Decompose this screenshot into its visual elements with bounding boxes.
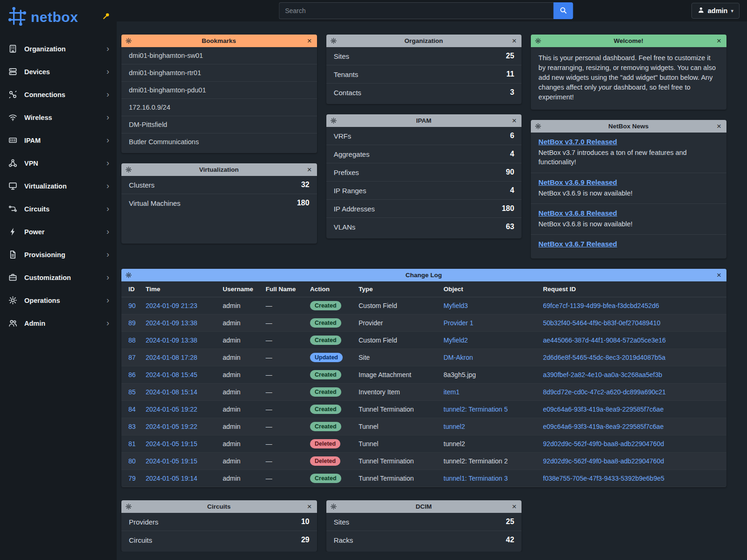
news-headline-link[interactable]: NetBox v3.6.7 Released [538,240,617,248]
changelog-id-link[interactable]: 88 [121,332,142,349]
changelog-object-link[interactable]: tunnel2: Termination 5 [440,401,539,418]
bookmark-item[interactable]: dmi01-binghamton-rtr01 [121,64,317,82]
bookmark-item[interactable]: dmi01-binghamton-pdu01 [121,82,317,99]
sidebar-item-devices[interactable]: Devices› [0,60,117,83]
changelog-request-link[interactable]: e09c64a6-93f3-419a-8ea9-229585f7c6ae [539,418,726,435]
sidebar-item-ipam[interactable]: IPAM› [0,129,117,152]
news-headline-link[interactable]: NetBox v3.7.0 Released [538,138,617,146]
stat-value-link[interactable]: 4 [510,150,514,158]
sidebar-item-admin[interactable]: Admin› [0,312,117,335]
widget-close-icon[interactable]: × [511,37,517,45]
widget-close-icon[interactable]: × [716,122,722,130]
widget-close-icon[interactable]: × [306,37,313,45]
widget-config-icon[interactable] [126,504,132,510]
search-input[interactable] [279,2,553,19]
changelog-object-link[interactable]: tunnel1: Termination 3 [440,470,539,487]
changelog-request-link[interactable]: 69fce7cf-1139-4d99-bfea-f3dcbd2452d6 [539,297,726,315]
widget-close-icon[interactable]: × [511,503,517,511]
widget-config-icon[interactable] [126,38,132,44]
stat-value-link[interactable]: 25 [506,518,514,526]
changelog-request-link[interactable]: ae445066-387d-44f1-9084-572a05ce3e16 [539,332,726,349]
changelog-object-link[interactable]: Myfield3 [440,297,539,315]
sidebar-item-circuits[interactable]: Circuits› [0,197,117,220]
stat-value-link[interactable]: 10 [301,518,310,526]
bookmark-item[interactable]: dmi01-binghamton-sw01 [121,47,317,64]
news-headline-link[interactable]: NetBox v3.6.8 Released [538,209,617,217]
changelog-request-link[interactable]: 2d6d6e8f-5465-45dc-8ec3-2019d4087b5a [539,349,726,366]
changelog-object-link[interactable]: Provider 1 [440,315,539,332]
news-headline-link[interactable]: NetBox v3.6.9 Released [538,178,617,186]
widget-close-icon[interactable]: × [511,117,517,125]
stat-value-link[interactable]: 32 [301,181,310,189]
stat-value-link[interactable]: 6 [510,132,514,140]
sidebar-item-organization[interactable]: Organization› [0,37,117,60]
sidebar-pin-icon[interactable] [102,12,110,20]
changelog-time-link[interactable]: 2024-01-08 17:28 [142,349,219,366]
changelog-object-link[interactable]: item1 [440,384,539,401]
stat-value-link[interactable]: 42 [506,536,514,544]
changelog-request-link[interactable]: a390fbef-2a82-4e10-aa0a-3c268aa5ef3b [539,366,726,384]
widget-config-icon[interactable] [126,167,132,173]
changelog-id-link[interactable]: 86 [121,366,142,384]
widget-config-icon[interactable] [331,504,337,510]
changelog-request-link[interactable]: 92d02d9c-562f-49f0-baa8-adb22904760d [539,453,726,470]
sidebar-item-provisioning[interactable]: Provisioning› [0,243,117,266]
netbox-logo-icon[interactable] [7,6,28,27]
bookmark-item[interactable]: Butler Communications [121,133,317,150]
stat-value-link[interactable]: 29 [301,536,310,544]
changelog-time-link[interactable]: 2024-01-05 19:15 [142,435,219,453]
widget-config-icon[interactable] [535,123,541,129]
stat-value-link[interactable]: 4 [510,186,514,195]
changelog-id-link[interactable]: 83 [121,418,142,435]
widget-close-icon[interactable]: × [716,271,722,279]
changelog-object-link[interactable]: DM-Akron [440,349,539,366]
widget-config-icon[interactable] [126,272,132,278]
changelog-object-link[interactable]: Myfield2 [440,332,539,349]
sidebar-item-connections[interactable]: Connections› [0,83,117,106]
changelog-request-link[interactable]: 8d9cd72e-cd0c-47c2-a620-dc899a690c21 [539,384,726,401]
changelog-id-link[interactable]: 85 [121,384,142,401]
widget-config-icon[interactable] [331,118,337,124]
changelog-request-link[interactable]: e09c64a6-93f3-419a-8ea9-229585f7c6ae [539,401,726,418]
changelog-id-link[interactable]: 87 [121,349,142,366]
widget-close-icon[interactable]: × [716,37,722,45]
stat-value-link[interactable]: 180 [297,199,310,207]
bookmark-item[interactable]: DM-Pittsfield [121,116,317,133]
brand-name[interactable]: netbox [31,9,78,25]
changelog-time-link[interactable]: 2024-01-05 19:22 [142,401,219,418]
widget-config-icon[interactable] [331,38,337,44]
widget-close-icon[interactable]: × [306,166,313,174]
changelog-id-link[interactable]: 81 [121,435,142,453]
changelog-time-link[interactable]: 2024-01-05 19:14 [142,470,219,487]
sidebar-item-power[interactable]: Power› [0,220,117,243]
changelog-request-link[interactable]: f038e755-705e-47f3-9433-5392b9e6b9e5 [539,470,726,487]
stat-value-link[interactable]: 3 [510,88,514,97]
changelog-object-link[interactable]: tunnel2 [440,418,539,435]
changelog-time-link[interactable]: 2024-01-09 21:23 [142,297,219,315]
bookmark-item[interactable]: 172.16.0.9/24 [121,99,317,116]
widget-config-icon[interactable] [535,38,541,44]
sidebar-item-vpn[interactable]: VPN› [0,152,117,175]
search-button[interactable] [553,2,573,19]
sidebar-item-customization[interactable]: Customization› [0,266,117,289]
changelog-id-link[interactable]: 79 [121,470,142,487]
changelog-time-link[interactable]: 2024-01-05 19:15 [142,453,219,470]
changelog-time-link[interactable]: 2024-01-05 19:22 [142,418,219,435]
stat-value-link[interactable]: 90 [506,168,514,176]
changelog-id-link[interactable]: 89 [121,315,142,332]
sidebar-item-operations[interactable]: Operations› [0,289,117,312]
widget-close-icon[interactable]: × [306,503,313,511]
changelog-id-link[interactable]: 90 [121,297,142,315]
changelog-time-link[interactable]: 2024-01-09 13:38 [142,332,219,349]
changelog-time-link[interactable]: 2024-01-08 15:45 [142,366,219,384]
changelog-time-link[interactable]: 2024-01-09 13:38 [142,315,219,332]
changelog-id-link[interactable]: 80 [121,453,142,470]
sidebar-item-virtualization[interactable]: Virtualization› [0,175,117,197]
stat-value-link[interactable]: 63 [506,223,514,231]
changelog-id-link[interactable]: 84 [121,401,142,418]
changelog-time-link[interactable]: 2024-01-08 15:14 [142,384,219,401]
user-menu-button[interactable]: admin ▾ [691,3,740,19]
stat-value-link[interactable]: 25 [506,52,514,60]
stat-value-link[interactable]: 11 [506,70,514,78]
stat-value-link[interactable]: 180 [502,204,514,213]
